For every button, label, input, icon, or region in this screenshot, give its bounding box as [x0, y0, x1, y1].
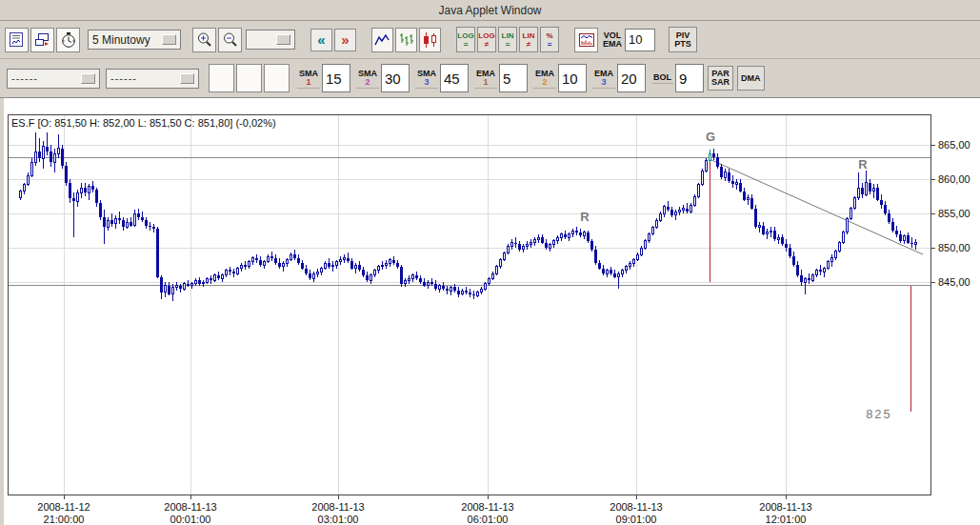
- line-style-select-2[interactable]: ------: [106, 69, 199, 89]
- sma2-group: SMA 2: [356, 64, 410, 92]
- svg-text:2008-11-13: 2008-11-13: [311, 501, 364, 513]
- chart-plot-area[interactable]: 865,00860,00855,00850,00845,00 2008-11-1…: [0, 98, 980, 525]
- parabolic-sar-button[interactable]: PAR SAR: [708, 66, 733, 91]
- svg-text:825: 825: [866, 407, 892, 421]
- window-title: Java Applet Window: [438, 4, 541, 17]
- svg-text:21:00:00: 21:00:00: [44, 514, 85, 525]
- sma3-group: SMA 3: [415, 64, 469, 92]
- zoom-out-button[interactable]: [218, 28, 242, 52]
- svg-text:2008-11-13: 2008-11-13: [610, 501, 662, 513]
- svg-text:860,00: 860,00: [938, 173, 970, 185]
- ema2-label: EMA 2: [533, 69, 556, 89]
- gridlines: [8, 114, 930, 495]
- svg-text:06:01:00: 06:01:00: [468, 514, 509, 525]
- ohlc-legend: ES.F [O: 851,50 H: 852,00 L: 851,50 C: 8…: [11, 117, 276, 129]
- svg-text:00:01:00: 00:01:00: [170, 514, 211, 525]
- panel-edge: [0, 98, 4, 525]
- volume-chart-icon: [578, 32, 595, 48]
- window-title-bar: Java Applet Window: [0, 0, 980, 21]
- svg-text:845,00: 845,00: [938, 276, 970, 288]
- svg-text:12:01:00: 12:01:00: [766, 514, 807, 525]
- plot-border: [8, 114, 930, 495]
- dropdown-arrow-box-icon: [180, 73, 194, 84]
- zoom-out-icon: [222, 31, 239, 49]
- bollinger-group: BOL: [651, 64, 704, 92]
- volume-chart-button[interactable]: [574, 28, 598, 52]
- ema1-group: EMA 1: [474, 64, 528, 92]
- ema1-label: EMA 1: [474, 69, 497, 89]
- ema3-group: EMA 3: [592, 64, 646, 92]
- scale-lin-neq-button[interactable]: LIN ≠: [519, 27, 538, 52]
- candlestick-icon: [422, 31, 438, 49]
- svg-text:R: R: [580, 210, 590, 224]
- svg-text:G: G: [706, 130, 715, 144]
- scale-lin-eq-button[interactable]: LIN =: [498, 27, 517, 52]
- empty-slot-button-2[interactable]: [236, 64, 262, 92]
- ema2-group: EMA 2: [533, 64, 587, 92]
- scale-log-eq-button[interactable]: LOG =: [456, 27, 475, 52]
- vol-ema-period-input[interactable]: [625, 29, 655, 51]
- scale-percent-button[interactable]: % =: [540, 27, 559, 52]
- chart-settings-icon: [9, 31, 25, 48]
- empty-slot-button-3[interactable]: [264, 64, 290, 92]
- line-chart-type-button[interactable]: [371, 28, 393, 52]
- svg-text:2008-11-12: 2008-11-12: [37, 501, 90, 513]
- bollinger-period-input[interactable]: [675, 64, 704, 92]
- sma1-group: SMA 1: [297, 64, 350, 92]
- svg-text:850,00: 850,00: [938, 242, 970, 253]
- scroll-back-button[interactable]: «: [310, 29, 332, 51]
- range-select[interactable]: [246, 30, 295, 50]
- svg-text:865,00: 865,00: [938, 139, 970, 151]
- empty-slot-button-1[interactable]: [209, 64, 234, 92]
- red-signal-lines: [710, 160, 910, 412]
- vol-ema-label: VOL EMA: [603, 31, 622, 49]
- sma3-label: SMA 3: [415, 69, 438, 89]
- ema1-period-input[interactable]: [499, 64, 528, 92]
- x-axis-labels: 2008-11-1221:00:002008-11-1300:01:002008…: [37, 495, 811, 525]
- target-annotation: 825: [866, 407, 892, 421]
- detach-window-icon: [34, 31, 50, 48]
- interval-clock-button[interactable]: [56, 28, 80, 52]
- detach-window-button[interactable]: [30, 28, 54, 52]
- scale-log-neq-button[interactable]: LOG ≠: [477, 27, 496, 52]
- interval-select[interactable]: 5 Minutowy: [88, 30, 181, 50]
- line-style-select-1[interactable]: ------: [7, 69, 100, 89]
- main-toolbar: 5 Minutowy « »: [0, 21, 980, 59]
- chart-settings-button[interactable]: [5, 28, 29, 52]
- chart-panel: 865,00860,00855,00850,00845,00 2008-11-1…: [0, 98, 980, 525]
- bollinger-label: BOL: [651, 72, 673, 84]
- svg-text:R: R: [858, 157, 868, 172]
- dropdown-arrow-box-icon: [276, 34, 290, 45]
- zoom-in-button[interactable]: [192, 28, 216, 52]
- svg-text:855,00: 855,00: [938, 208, 970, 219]
- sma2-label: SMA 2: [356, 69, 379, 89]
- ema2-period-input[interactable]: [558, 64, 587, 92]
- svg-text:2008-11-13: 2008-11-13: [759, 501, 811, 513]
- sma1-period-input[interactable]: [322, 64, 350, 92]
- svg-text:03:01:00: 03:01:00: [318, 514, 359, 525]
- ohlc-bars-type-button[interactable]: [395, 28, 417, 52]
- sma3-period-input[interactable]: [440, 64, 469, 92]
- y-axis-labels: 865,00860,00855,00850,00845,00: [930, 139, 970, 288]
- svg-text:ES.F [O: 851,50 H: 852,00 L:: ES.F [O: 851,50 H: 852,00 L: 851,50 C: 8…: [11, 117, 276, 129]
- candlestick-type-button[interactable]: [419, 28, 441, 52]
- ema3-label: EMA 3: [592, 69, 615, 89]
- line-chart-icon: [374, 32, 390, 48]
- ema3-period-input[interactable]: [617, 64, 646, 92]
- sma1-label: SMA 1: [297, 69, 320, 89]
- pivot-points-button[interactable]: PIV PTS: [669, 27, 697, 52]
- zoom-in-icon: [196, 31, 213, 49]
- sma2-period-input[interactable]: [381, 64, 410, 92]
- svg-text:2008-11-13: 2008-11-13: [461, 501, 513, 513]
- trendline[interactable]: [710, 159, 923, 254]
- scroll-forward-button[interactable]: »: [334, 29, 356, 51]
- ohlc-bars-icon: [398, 31, 414, 49]
- svg-text:2008-11-13: 2008-11-13: [164, 501, 216, 513]
- indicator-toolbar: ------ ------ SMA 1 SMA 2 SMA 3 EMA 1: [0, 59, 980, 98]
- interval-clock-icon: [60, 31, 77, 49]
- interval-select-value: 5 Minutowy: [92, 33, 150, 47]
- dropdown-arrow-box-icon: [81, 73, 95, 84]
- svg-text:09:01:00: 09:01:00: [616, 514, 657, 525]
- dma-button[interactable]: DMA: [737, 66, 765, 91]
- dropdown-arrow-box-icon: [162, 34, 176, 45]
